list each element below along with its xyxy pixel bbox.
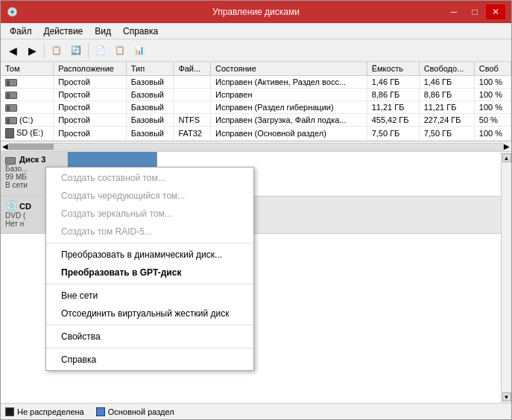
- legend-unallocated-label: Не распределена: [17, 407, 84, 416]
- legend-unallocated: Не распределена: [5, 407, 84, 416]
- row-location-2: Простой: [54, 101, 127, 114]
- maximize-button[interactable]: □: [465, 4, 484, 19]
- legend-primary-box: [96, 407, 105, 416]
- col-pct: Своб: [474, 62, 511, 76]
- col-fs: Фай...: [174, 62, 211, 76]
- row-free-1: 8,86 ГБ: [419, 89, 474, 101]
- row-location-0: Простой: [54, 76, 127, 89]
- toolbar-btn-1[interactable]: 📋: [48, 42, 66, 60]
- ctx-properties[interactable]: Свойства: [46, 328, 253, 346]
- row-name-1: [1, 89, 54, 101]
- window-title: Управление дисками: [212, 7, 300, 17]
- col-status: Состояние: [210, 62, 367, 76]
- row-free-3: 227,24 ГБ: [419, 114, 474, 127]
- toolbar-sep-1: [44, 43, 45, 58]
- ctx-convert-gpt[interactable]: Преобразовать в GPT-диск: [46, 264, 253, 281]
- close-button[interactable]: ✕: [486, 4, 505, 19]
- ctx-create-mirror[interactable]: Создать зеркальный том...: [46, 205, 253, 223]
- row-type-4: Базовый: [126, 127, 174, 141]
- table-row[interactable]: ПростойБазовыйИсправен (Раздел гибернаци…: [1, 101, 511, 114]
- row-status-2: Исправен (Раздел гибернации): [210, 101, 367, 114]
- row-fs-3: NTFS: [174, 114, 211, 127]
- forward-button[interactable]: ▶: [23, 42, 41, 60]
- row-capacity-4: 7,50 ГБ: [367, 127, 419, 141]
- disk-scroll-up[interactable]: ▲: [502, 153, 511, 162]
- row-fs-0: [174, 76, 211, 89]
- toolbar-btn-3[interactable]: 📄: [92, 42, 110, 60]
- status-bar: Не распределена Основной раздел: [1, 403, 511, 419]
- table-row[interactable]: ПростойБазовыйИсправен8,86 ГБ8,86 ГБ100 …: [1, 89, 511, 101]
- scroll-thumb[interactable]: [9, 144, 54, 150]
- minimize-button[interactable]: ─: [444, 4, 464, 19]
- col-type: Тип: [126, 62, 174, 76]
- table-row[interactable]: SD (E:)ПростойБазовыйFAT32Исправен (Осно…: [1, 127, 511, 141]
- disk-3-icon: [5, 157, 16, 165]
- menu-view[interactable]: Вид: [89, 25, 117, 38]
- legend-unallocated-box: [5, 407, 14, 416]
- row-location-1: Простой: [54, 89, 127, 101]
- ctx-help[interactable]: Справка: [46, 351, 253, 369]
- col-capacity: Ёмкость: [367, 62, 419, 76]
- row-name-0: [1, 76, 54, 89]
- menu-action[interactable]: Действие: [38, 25, 89, 38]
- row-pct-1: 100 %: [474, 89, 511, 101]
- toolbar-btn-5[interactable]: 📊: [130, 42, 148, 60]
- disk-scroll-down[interactable]: ▼: [502, 392, 511, 401]
- table-row[interactable]: ПростойБазовыйИсправен (Активен, Раздел …: [1, 76, 511, 89]
- table-h-scrollbar[interactable]: ◀ ▶: [1, 141, 511, 151]
- ctx-detach-vhd[interactable]: Отсоединить виртуальный жесткий диск: [46, 305, 253, 322]
- ctx-create-composite[interactable]: Создать составной том...: [46, 169, 253, 187]
- ctx-sep-2: [46, 284, 253, 284]
- menu-file[interactable]: Файл: [4, 25, 38, 38]
- toolbar-btn-4[interactable]: 📋: [111, 42, 129, 60]
- legend-primary: Основной раздел: [96, 407, 174, 416]
- back-button[interactable]: ◀: [4, 42, 22, 60]
- context-menu: Создать составной том... Создать чередую…: [45, 167, 254, 371]
- row-name-3: (C:): [1, 114, 54, 127]
- row-type-0: Базовый: [126, 76, 174, 89]
- row-fs-2: [174, 101, 211, 114]
- table-row[interactable]: (C:)ПростойБазовыйNTFSИсправен (Загрузка…: [1, 114, 511, 127]
- row-status-1: Исправен: [210, 89, 367, 101]
- menu-help[interactable]: Справка: [117, 25, 164, 38]
- row-capacity-3: 455,42 ГБ: [367, 114, 419, 127]
- row-type-1: Базовый: [126, 89, 174, 101]
- volumes-table: Том Расположение Тип Фай... Состояние Ём…: [1, 62, 511, 141]
- disk-3-title: Диск 3: [5, 155, 63, 164]
- row-name-4: SD (E:): [1, 127, 54, 141]
- row-pct-2: 100 %: [474, 101, 511, 114]
- app-icon: 💿: [7, 7, 18, 17]
- row-free-2: 11,21 ГБ: [419, 101, 474, 114]
- ctx-create-striped[interactable]: Создать чередующийся том...: [46, 187, 253, 205]
- row-pct-3: 50 %: [474, 114, 511, 127]
- row-status-4: Исправен (Основной раздел): [210, 127, 367, 141]
- row-location-4: Простой: [54, 127, 127, 141]
- row-name-2: [1, 101, 54, 114]
- scroll-track[interactable]: [8, 143, 504, 150]
- row-type-2: Базовый: [126, 101, 174, 114]
- title-bar-controls: ─ □ ✕: [444, 4, 505, 19]
- row-capacity-1: 8,86 ГБ: [367, 89, 419, 101]
- table-header-row: Том Расположение Тип Фай... Состояние Ём…: [1, 62, 511, 76]
- toolbar-btn-2[interactable]: 🔄: [67, 42, 85, 60]
- row-fs-4: FAT32: [174, 127, 211, 141]
- cd-icon: 💿: [5, 200, 18, 211]
- col-free: Свободо...: [419, 62, 474, 76]
- title-bar: 💿 Управление дисками ─ □ ✕: [1, 1, 511, 23]
- ctx-sep-3: [46, 325, 253, 325]
- ctx-create-raid[interactable]: Создать том RAID-5...: [46, 223, 253, 241]
- row-type-3: Базовый: [126, 114, 174, 127]
- ctx-sep-4: [46, 348, 253, 349]
- toolbar: ◀ ▶ 📋 🔄 📄 📋 📊: [1, 39, 511, 62]
- row-free-0: 1,46 ГБ: [419, 76, 474, 89]
- ctx-convert-dynamic[interactable]: Преобразовать в динамический диск...: [46, 246, 253, 264]
- table-area: Том Расположение Тип Фай... Состояние Ём…: [1, 62, 511, 152]
- row-location-3: Простой: [54, 114, 127, 127]
- disk-v-scrollbar: ▲ ▼: [501, 152, 511, 403]
- scroll-left-btn[interactable]: ◀: [2, 142, 8, 150]
- legend-primary-label: Основной раздел: [108, 407, 174, 416]
- scroll-right-btn[interactable]: ▶: [504, 142, 510, 150]
- col-tom: Том: [1, 62, 54, 76]
- title-bar-left: 💿: [7, 7, 18, 17]
- ctx-offline[interactable]: Вне сети: [46, 287, 253, 305]
